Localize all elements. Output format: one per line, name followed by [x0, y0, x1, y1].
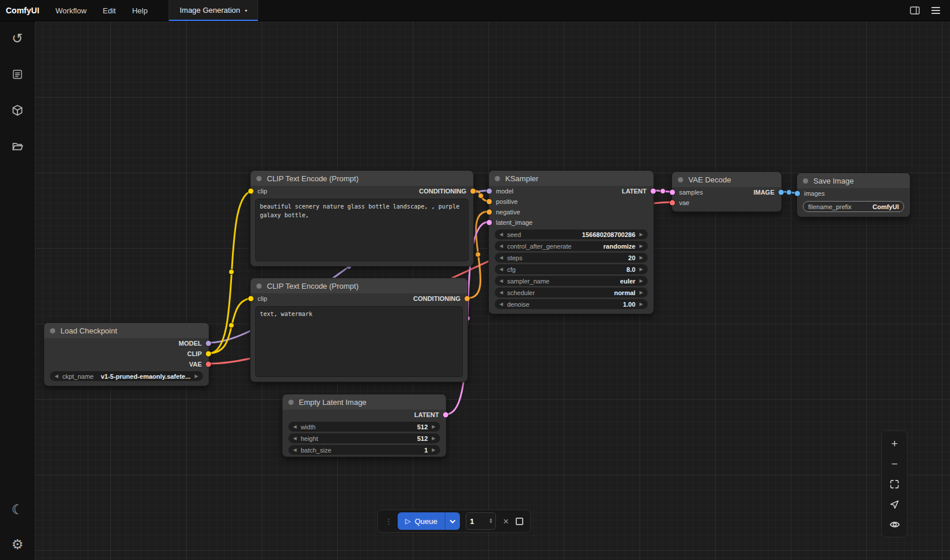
prompt-textarea[interactable]: text, watermark: [255, 306, 463, 377]
decrement-arrow-icon[interactable]: ◀: [499, 302, 503, 307]
output-port-image[interactable]: [778, 190, 784, 195]
node-header[interactable]: Save Image: [797, 173, 910, 188]
output-port-latent[interactable]: [651, 189, 656, 194]
collapse-dot[interactable]: [256, 176, 262, 181]
widget-steps[interactable]: ◀ steps 20 ▶: [495, 253, 648, 263]
widget-ckpt-name[interactable]: ◀ ckpt_name v1-5-pruned-emaonly.safete..…: [50, 371, 203, 381]
zoom-out-icon[interactable]: −: [888, 457, 901, 470]
queue-options-button[interactable]: [445, 512, 460, 530]
increment-arrow-icon[interactable]: ▶: [640, 232, 643, 237]
widget-control-after-generate[interactable]: ◀ control_after_generate randomize ▶: [495, 241, 648, 251]
input-port-clip[interactable]: [248, 189, 253, 194]
chevron-down-icon: [450, 518, 456, 523]
collapse-dot[interactable]: [678, 177, 683, 182]
increment-arrow-icon[interactable]: ▶: [640, 244, 643, 249]
increment-arrow-icon[interactable]: ▶: [640, 267, 643, 272]
toggle-panel-icon[interactable]: [906, 2, 923, 19]
input-port-latent-image[interactable]: [487, 220, 492, 225]
output-port-latent[interactable]: [443, 412, 448, 418]
workflows-folder-icon[interactable]: [10, 139, 25, 154]
theme-toggle-moon-icon[interactable]: ☾: [10, 502, 25, 517]
node-empty-latent-image[interactable]: Empty Latent Image LATENT ◀ width 512 ▶ …: [282, 394, 447, 457]
node-header[interactable]: CLIP Text Encode (Prompt): [251, 278, 467, 293]
collapse-dot[interactable]: [495, 176, 500, 181]
model-library-icon[interactable]: [10, 103, 25, 118]
select-mode-icon[interactable]: [888, 498, 901, 511]
widget-cfg[interactable]: ◀ cfg 8.0 ▶: [495, 264, 648, 274]
batch-count-input[interactable]: 1 ▴ ▾: [466, 512, 496, 530]
increment-arrow-icon[interactable]: ▶: [640, 256, 643, 260]
tab-image-generation[interactable]: Image Generation ●: [169, 0, 258, 21]
node-clip-text-encode-negative[interactable]: CLIP Text Encode (Prompt) clip CONDITION…: [250, 278, 468, 382]
collapse-dot[interactable]: [50, 328, 55, 333]
input-port-images[interactable]: [795, 191, 800, 196]
node-ksampler[interactable]: KSampler model LATENT positive negative …: [488, 170, 654, 314]
widget-filename-prefix[interactable]: filename_prefix ComfyUI: [803, 201, 904, 212]
decrement-arrow-icon[interactable]: ◀: [499, 232, 503, 237]
increment-arrow-icon[interactable]: ▶: [640, 302, 643, 307]
node-header[interactable]: KSampler: [489, 171, 653, 186]
increment-arrow-icon[interactable]: ▶: [195, 374, 198, 379]
widget-sampler-name[interactable]: ◀ sampler_name euler ▶: [495, 276, 648, 286]
increment-arrow-icon[interactable]: ▶: [432, 425, 435, 429]
decrement-arrow-icon[interactable]: ◀: [293, 436, 297, 441]
decrement-arrow-icon[interactable]: ◀: [293, 448, 297, 453]
widget-scheduler[interactable]: ◀ scheduler normal ▶: [495, 288, 648, 297]
output-port-clip[interactable]: [206, 351, 211, 357]
decrement-arrow-icon[interactable]: ◀: [499, 256, 503, 260]
input-port-model[interactable]: [487, 189, 492, 194]
node-header[interactable]: CLIP Text Encode (Prompt): [251, 171, 473, 186]
settings-gear-icon[interactable]: ⚙: [10, 537, 25, 552]
node-library-icon[interactable]: [10, 67, 25, 82]
output-port-conditioning[interactable]: [470, 189, 476, 194]
node-header[interactable]: Load Checkpoint: [44, 323, 209, 338]
input-port-clip[interactable]: [248, 296, 253, 301]
widget-batch-size[interactable]: ◀ batch_size 1 ▶: [288, 445, 440, 455]
input-port-positive[interactable]: [487, 199, 492, 204]
prompt-textarea[interactable]: beautiful scenery nature glass bottle la…: [255, 199, 469, 261]
decrement-arrow-icon[interactable]: ◀: [499, 267, 503, 272]
fit-view-icon[interactable]: [888, 478, 901, 490]
node-save-image[interactable]: Save Image images filename_prefix ComfyU…: [797, 173, 910, 217]
toggle-links-eye-icon[interactable]: [888, 518, 901, 531]
clear-queue-icon[interactable]: ×: [502, 516, 510, 526]
widget-width[interactable]: ◀ width 512 ▶: [288, 422, 440, 432]
input-port-vae[interactable]: [670, 200, 675, 206]
widget-height[interactable]: ◀ height 512 ▶: [288, 433, 440, 443]
input-port-samples[interactable]: [670, 190, 675, 195]
node-vae-decode[interactable]: VAE Decode samples IMAGE vae: [672, 171, 782, 212]
hamburger-menu-icon[interactable]: [927, 2, 944, 19]
drag-handle-icon[interactable]: ⋮: [385, 517, 392, 526]
queue-history-icon[interactable]: ↺: [10, 31, 25, 46]
decrement-arrow-icon[interactable]: ◀: [499, 279, 503, 283]
input-port-negative[interactable]: [487, 210, 492, 215]
increment-arrow-icon[interactable]: ▶: [432, 436, 435, 441]
increment-arrow-icon[interactable]: ▶: [432, 448, 435, 453]
node-header[interactable]: Empty Latent Image: [283, 394, 446, 410]
widget-seed[interactable]: ◀ seed 156680208700286 ▶: [495, 229, 648, 239]
collapse-dot[interactable]: [288, 400, 294, 405]
decrement-arrow-icon[interactable]: ◀: [293, 425, 297, 429]
menu-workflow[interactable]: Workflow: [48, 0, 95, 21]
decrement-arrow-icon[interactable]: ◀: [55, 374, 58, 379]
output-port-model[interactable]: [206, 341, 211, 346]
stop-icon[interactable]: [516, 518, 523, 525]
menu-edit[interactable]: Edit: [95, 0, 124, 21]
node-header[interactable]: VAE Decode: [672, 172, 781, 187]
node-clip-text-encode-positive[interactable]: CLIP Text Encode (Prompt) clip CONDITION…: [250, 170, 474, 267]
queue-button[interactable]: ▷ Queue: [398, 512, 445, 530]
app-logo: ComfyUI: [0, 0, 48, 21]
zoom-in-icon[interactable]: +: [888, 437, 901, 450]
decrement-arrow-icon[interactable]: ◀: [499, 244, 503, 249]
collapse-dot[interactable]: [256, 283, 262, 289]
node-load-checkpoint[interactable]: Load Checkpoint MODEL CLIP VAE ◀ ckpt_na…: [44, 322, 209, 386]
spinner-down-icon[interactable]: ▾: [490, 521, 492, 524]
increment-arrow-icon[interactable]: ▶: [640, 279, 643, 283]
output-port-vae[interactable]: [206, 362, 211, 367]
widget-denoise[interactable]: ◀ denoise 1.00 ▶: [495, 299, 648, 309]
menu-help[interactable]: Help: [124, 0, 156, 21]
increment-arrow-icon[interactable]: ▶: [640, 290, 643, 295]
decrement-arrow-icon[interactable]: ◀: [499, 290, 503, 295]
collapse-dot[interactable]: [803, 178, 808, 184]
output-port-conditioning[interactable]: [465, 296, 470, 301]
